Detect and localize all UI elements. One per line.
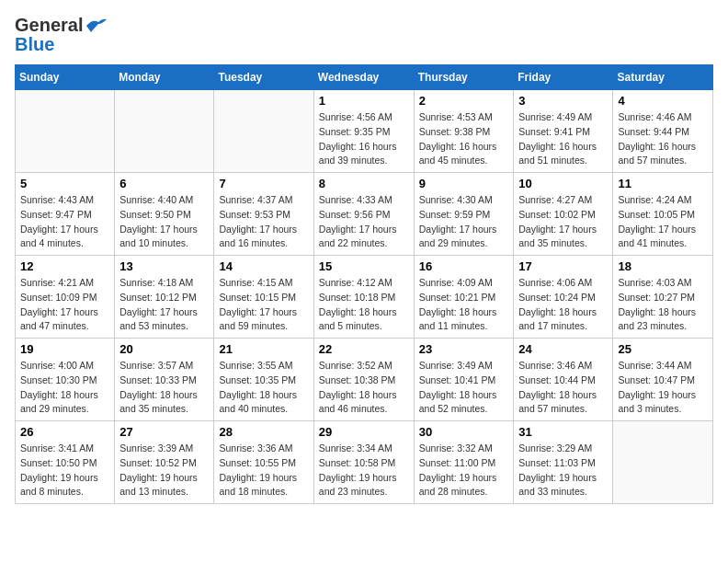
day-number: 12 (20, 259, 109, 273)
calendar-cell: 25Sunrise: 3:44 AM Sunset: 10:47 PM Dayl… (613, 339, 713, 421)
day-detail: Sunrise: 4:24 AM Sunset: 10:05 PM Daylig… (618, 193, 708, 251)
calendar-cell: 14Sunrise: 4:15 AM Sunset: 10:15 PM Dayl… (214, 256, 313, 339)
day-detail: Sunrise: 3:39 AM Sunset: 10:52 PM Daylig… (119, 442, 209, 500)
calendar-cell: 30Sunrise: 3:32 AM Sunset: 11:00 PM Dayl… (414, 421, 514, 504)
calendar-cell: 29Sunrise: 3:34 AM Sunset: 10:58 PM Dayl… (313, 421, 414, 504)
calendar-cell: 4Sunrise: 4:46 AM Sunset: 9:44 PM Daylig… (613, 90, 713, 173)
calendar-cell: 13Sunrise: 4:18 AM Sunset: 10:12 PM Dayl… (115, 256, 214, 339)
day-number: 10 (518, 177, 608, 190)
day-number: 17 (518, 259, 608, 273)
day-detail: Sunrise: 4:27 AM Sunset: 10:02 PM Daylig… (518, 193, 608, 251)
day-number: 5 (20, 177, 109, 190)
day-number: 25 (618, 342, 708, 356)
calendar-cell: 15Sunrise: 4:12 AM Sunset: 10:18 PM Dayl… (313, 256, 414, 339)
day-detail: Sunrise: 4:37 AM Sunset: 9:53 PM Dayligh… (219, 193, 308, 251)
day-number: 4 (618, 94, 708, 108)
day-detail: Sunrise: 4:43 AM Sunset: 9:47 PM Dayligh… (20, 193, 109, 251)
day-detail: Sunrise: 4:12 AM Sunset: 10:18 PM Daylig… (319, 276, 409, 334)
calendar-cell: 28Sunrise: 3:36 AM Sunset: 10:55 PM Dayl… (214, 421, 313, 504)
calendar-cell: 26Sunrise: 3:41 AM Sunset: 10:50 PM Dayl… (16, 421, 115, 504)
day-detail: Sunrise: 4:06 AM Sunset: 10:24 PM Daylig… (518, 276, 608, 334)
weekday-header-sunday: Sunday (16, 65, 115, 90)
day-detail: Sunrise: 3:32 AM Sunset: 11:00 PM Daylig… (419, 442, 509, 500)
logo: GeneralBlue (15, 15, 107, 55)
day-detail: Sunrise: 3:44 AM Sunset: 10:47 PM Daylig… (618, 359, 708, 417)
day-detail: Sunrise: 4:30 AM Sunset: 9:59 PM Dayligh… (419, 193, 509, 251)
day-detail: Sunrise: 3:52 AM Sunset: 10:38 PM Daylig… (319, 359, 409, 417)
calendar-cell: 9Sunrise: 4:30 AM Sunset: 9:59 PM Daylig… (414, 173, 514, 256)
calendar-cell: 24Sunrise: 3:46 AM Sunset: 10:44 PM Dayl… (514, 339, 613, 421)
calendar-cell: 27Sunrise: 3:39 AM Sunset: 10:52 PM Dayl… (115, 421, 214, 504)
calendar-cell: 17Sunrise: 4:06 AM Sunset: 10:24 PM Dayl… (514, 256, 613, 339)
calendar-cell: 20Sunrise: 3:57 AM Sunset: 10:33 PM Dayl… (115, 339, 214, 421)
day-number: 16 (419, 259, 509, 273)
day-detail: Sunrise: 4:18 AM Sunset: 10:12 PM Daylig… (119, 276, 209, 334)
day-number: 7 (219, 177, 308, 190)
calendar-cell (613, 421, 713, 504)
day-number: 2 (419, 94, 509, 108)
day-number: 1 (319, 94, 409, 108)
calendar-cell: 3Sunrise: 4:49 AM Sunset: 9:41 PM Daylig… (514, 90, 613, 173)
day-number: 9 (419, 177, 509, 190)
weekday-header-wednesday: Wednesday (313, 65, 414, 90)
calendar-cell: 11Sunrise: 4:24 AM Sunset: 10:05 PM Dayl… (613, 173, 713, 256)
calendar-cell: 22Sunrise: 3:52 AM Sunset: 10:38 PM Dayl… (313, 339, 414, 421)
day-number: 3 (518, 94, 608, 108)
weekday-header-monday: Monday (115, 65, 214, 90)
day-detail: Sunrise: 4:53 AM Sunset: 9:38 PM Dayligh… (419, 110, 509, 168)
page-header: GeneralBlue (15, 15, 713, 55)
calendar-cell: 16Sunrise: 4:09 AM Sunset: 10:21 PM Dayl… (414, 256, 514, 339)
day-number: 30 (419, 425, 509, 439)
day-detail: Sunrise: 3:34 AM Sunset: 10:58 PM Daylig… (319, 442, 409, 500)
calendar-week-row: 19Sunrise: 4:00 AM Sunset: 10:30 PM Dayl… (16, 339, 713, 421)
calendar-cell: 21Sunrise: 3:55 AM Sunset: 10:35 PM Dayl… (214, 339, 313, 421)
day-detail: Sunrise: 4:00 AM Sunset: 10:30 PM Daylig… (20, 359, 109, 417)
logo-text-general: General (15, 15, 83, 36)
day-number: 26 (20, 425, 109, 439)
day-detail: Sunrise: 4:46 AM Sunset: 9:44 PM Dayligh… (618, 110, 708, 168)
calendar-header-row: SundayMondayTuesdayWednesdayThursdayFrid… (16, 65, 713, 90)
calendar-table: SundayMondayTuesdayWednesdayThursdayFrid… (15, 64, 713, 504)
day-number: 13 (119, 259, 209, 273)
logo-text-blue: Blue (15, 34, 54, 55)
day-number: 11 (618, 177, 708, 190)
day-detail: Sunrise: 3:29 AM Sunset: 11:03 PM Daylig… (518, 442, 608, 500)
calendar-cell: 12Sunrise: 4:21 AM Sunset: 10:09 PM Dayl… (16, 256, 115, 339)
calendar-cell: 10Sunrise: 4:27 AM Sunset: 10:02 PM Dayl… (514, 173, 613, 256)
calendar-week-row: 5Sunrise: 4:43 AM Sunset: 9:47 PM Daylig… (16, 173, 713, 256)
day-detail: Sunrise: 3:57 AM Sunset: 10:33 PM Daylig… (119, 359, 209, 417)
day-number: 24 (518, 342, 608, 356)
calendar-cell: 1Sunrise: 4:56 AM Sunset: 9:35 PM Daylig… (313, 90, 414, 173)
day-number: 22 (319, 342, 409, 356)
day-detail: Sunrise: 4:21 AM Sunset: 10:09 PM Daylig… (20, 276, 109, 334)
calendar-cell (16, 90, 115, 173)
weekday-header-saturday: Saturday (613, 65, 713, 90)
calendar-cell: 18Sunrise: 4:03 AM Sunset: 10:27 PM Dayl… (613, 256, 713, 339)
calendar-cell (115, 90, 214, 173)
day-detail: Sunrise: 3:41 AM Sunset: 10:50 PM Daylig… (20, 442, 109, 500)
weekday-header-tuesday: Tuesday (214, 65, 313, 90)
day-detail: Sunrise: 4:56 AM Sunset: 9:35 PM Dayligh… (319, 110, 409, 168)
calendar-cell: 19Sunrise: 4:00 AM Sunset: 10:30 PM Dayl… (16, 339, 115, 421)
calendar-cell: 5Sunrise: 4:43 AM Sunset: 9:47 PM Daylig… (16, 173, 115, 256)
day-number: 19 (20, 342, 109, 356)
day-number: 28 (219, 425, 308, 439)
calendar-cell: 23Sunrise: 3:49 AM Sunset: 10:41 PM Dayl… (414, 339, 514, 421)
calendar-cell: 2Sunrise: 4:53 AM Sunset: 9:38 PM Daylig… (414, 90, 514, 173)
day-number: 15 (319, 259, 409, 273)
day-number: 20 (119, 342, 209, 356)
day-detail: Sunrise: 4:03 AM Sunset: 10:27 PM Daylig… (618, 276, 708, 334)
calendar-cell: 31Sunrise: 3:29 AM Sunset: 11:03 PM Dayl… (514, 421, 613, 504)
day-number: 14 (219, 259, 308, 273)
day-number: 8 (319, 177, 409, 190)
calendar-week-row: 1Sunrise: 4:56 AM Sunset: 9:35 PM Daylig… (16, 90, 713, 173)
calendar-week-row: 26Sunrise: 3:41 AM Sunset: 10:50 PM Dayl… (16, 421, 713, 504)
weekday-header-friday: Friday (514, 65, 613, 90)
calendar-cell (214, 90, 313, 173)
day-number: 18 (618, 259, 708, 273)
calendar-cell: 7Sunrise: 4:37 AM Sunset: 9:53 PM Daylig… (214, 173, 313, 256)
day-detail: Sunrise: 3:49 AM Sunset: 10:41 PM Daylig… (419, 359, 509, 417)
calendar-cell: 6Sunrise: 4:40 AM Sunset: 9:50 PM Daylig… (115, 173, 214, 256)
day-detail: Sunrise: 4:09 AM Sunset: 10:21 PM Daylig… (419, 276, 509, 334)
day-detail: Sunrise: 3:36 AM Sunset: 10:55 PM Daylig… (219, 442, 308, 500)
